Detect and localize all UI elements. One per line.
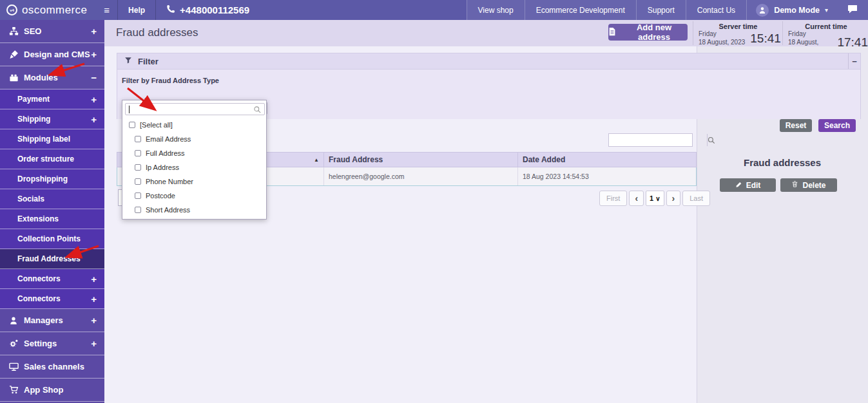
contact-us-link[interactable]: Contact Us [686,0,746,20]
sidebar-item-label: SEO [24,26,41,36]
chat-bubble-icon [847,5,858,16]
sidebar-item-label: Connectors [17,274,61,283]
checkbox[interactable] [135,178,141,185]
sidebar-item-label: Managers [24,315,63,325]
delete-button[interactable]: Delete [780,178,837,192]
sidebar-item-dropshipping[interactable]: Dropshipping [0,169,104,189]
option-phone-number[interactable]: Phone Number [122,174,266,189]
sidebar-item-modules[interactable]: Modules − [0,66,104,89]
top-bar: v4 oscommerce ≡ Help +448000112569 View … [0,0,868,20]
ecommerce-development-link[interactable]: Ecommerce Development [525,0,636,20]
pagination-page-select[interactable]: 1 ∨ [646,191,664,206]
current-time-block: Current time Friday 18 August, 2023 17:4… [784,21,868,46]
filter-header[interactable]: Filter − [117,53,860,70]
expand-icon[interactable]: + [91,114,97,125]
sidebar-item-label: Connectors [17,294,61,303]
sidebar-item-app-shop[interactable]: App Shop [0,379,104,402]
support-link[interactable]: Support [636,0,686,20]
option-postcode[interactable]: Postcode [122,189,266,203]
funnel-icon [124,55,132,67]
option-label: [Select all] [140,121,173,129]
search-icon[interactable] [707,134,715,146]
phone-number[interactable]: +448000112569 [156,5,260,15]
collapse-icon[interactable]: − [91,72,97,83]
divider [782,21,783,45]
pagination-next-button[interactable]: › [666,191,681,206]
sidebar-item-design-and-cms[interactable]: Design and CMS + [0,43,104,66]
filter-title: Filter [138,57,159,66]
checkbox[interactable] [135,150,141,156]
expand-icon[interactable]: + [91,26,97,37]
sidebar-item-label: Shipping label [17,135,70,144]
expand-icon[interactable]: + [91,294,97,305]
expand-icon[interactable]: + [91,94,97,105]
expand-icon[interactable]: + [91,274,97,285]
sidebar-item-connectors-2[interactable]: Connectors + [0,289,104,309]
side-panel-title: Fraud addresses [697,157,868,168]
sidebar-item-label: Order structure [17,155,74,164]
expand-icon[interactable]: + [91,315,97,326]
oscommerce-logo[interactable]: v4 oscommerce [0,4,87,17]
sidebar-item-managers[interactable]: Managers + [0,309,104,332]
sidebar-item-shipping[interactable]: Shipping + [0,109,104,129]
sidebar-item-fraud-addresses[interactable]: Fraud Addresses [0,249,104,269]
edit-button[interactable]: Edit [720,178,776,192]
option-email-address[interactable]: Email Address [122,132,266,146]
sidebar-item-order-structure[interactable]: Order structure [0,149,104,169]
user-menu[interactable]: Demo Mode ▾ [746,0,837,20]
checkbox[interactable] [135,207,141,213]
option-label: Full Address [146,149,185,157]
sidebar-item-sales-channels[interactable]: Sales channels [0,355,104,379]
checkbox[interactable] [135,164,141,171]
sidebar-item-payment[interactable]: Payment + [0,89,104,109]
sidebar-item-label: Collection Points [17,234,81,243]
sidebar-item-label: Extensions [17,214,59,223]
checkbox[interactable] [135,136,141,142]
brand-name: oscommerce [22,4,87,17]
server-time-label: Server time [695,23,782,30]
phone-number-text: +448000112569 [180,5,249,15]
search-icon [253,105,262,117]
chevron-down-icon: ▾ [825,6,828,14]
expand-icon[interactable]: + [91,49,97,60]
cell-date-added: 18 Aug 2023 14:54:53 [518,167,696,185]
option-select-all[interactable]: [Select all] [122,118,266,132]
sidebar-item-settings[interactable]: Settings + [0,332,104,355]
server-time-clock: 15:41 [750,32,781,46]
collapse-panel-button[interactable]: − [848,53,860,69]
option-label: Short Address [146,206,190,214]
pagination-last-button[interactable]: Last [682,191,710,206]
hamburger-menu-icon[interactable]: ≡ [96,5,117,15]
pagination-prev-button[interactable]: ‹ [629,191,644,206]
search-button[interactable]: Search [818,119,856,132]
sidebar-item-shipping-label[interactable]: Shipping label [0,129,104,149]
expand-icon[interactable]: + [91,338,97,349]
checkbox[interactable] [129,122,135,128]
sort-ascending-icon[interactable]: ▲ [314,157,319,163]
sidebar-item-label: Shipping [17,115,50,124]
sidebar-item-extensions[interactable]: Extensions [0,209,104,229]
reset-button[interactable]: Reset [780,119,812,132]
option-short-address[interactable]: Short Address [122,203,266,217]
option-ip-address[interactable]: Ip Address [122,160,266,174]
sidebar-item-socials[interactable]: Socials [0,189,104,209]
option-full-address[interactable]: Full Address [122,146,266,160]
add-new-address-button[interactable]: Add new address [608,24,688,41]
table-search-input[interactable] [609,134,707,146]
avatar-icon [756,4,769,17]
edit-label: Edit [746,181,761,190]
column-header-fraud-address[interactable]: Fraud Address [324,153,518,167]
chat-button[interactable] [837,0,868,20]
checkbox[interactable] [135,192,141,199]
sidebar-item-collection-points[interactable]: Collection Points [0,229,104,249]
column-header-date-added[interactable]: Date Added [518,153,696,167]
dropdown-search-field[interactable] [125,103,265,115]
sidebar-item-seo[interactable]: SEO + [0,20,104,43]
sidebar-item-label: Payment [17,95,50,104]
pagination-first-button[interactable]: First [599,191,627,206]
help-link[interactable]: Help [118,0,155,20]
sidebar-item-connectors-1[interactable]: Connectors + [0,269,104,289]
view-shop-link[interactable]: View shop [467,0,525,20]
current-page: 1 [650,194,653,202]
sidebar-item-label: Design and CMS [24,50,90,59]
